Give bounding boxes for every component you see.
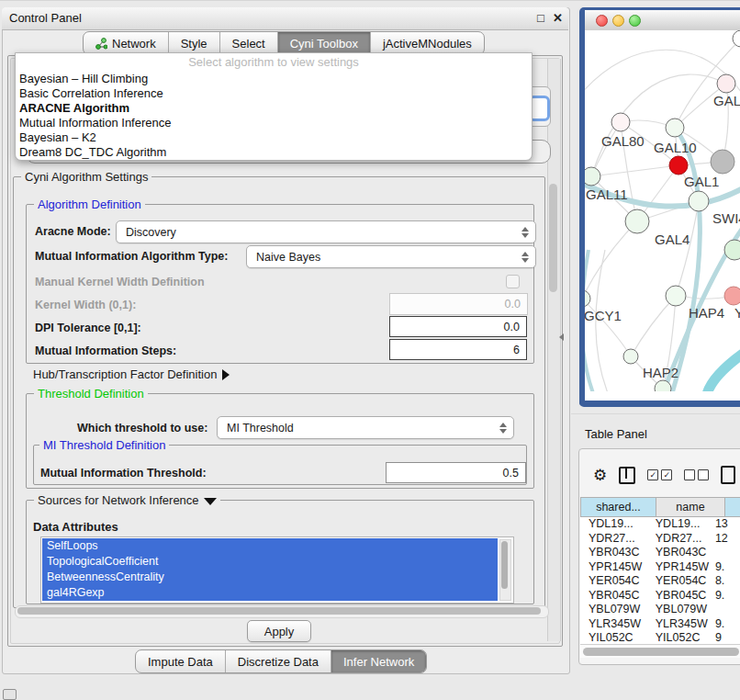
- table-row[interactable]: YPR145WYPR145W9.: [580, 560, 740, 575]
- kernel-width-field[interactable]: 0.0: [389, 293, 528, 315]
- tab-cyni-toolbox[interactable]: Cyni Toolbox: [278, 32, 371, 54]
- network-node[interactable]: [711, 150, 734, 174]
- close-traffic-light[interactable]: [596, 15, 608, 27]
- network-node[interactable]: [666, 286, 686, 306]
- attribute-item[interactable]: BetweennessCentrality: [42, 570, 498, 585]
- manual-kernel-checkbox[interactable]: [506, 275, 520, 288]
- gear-icon[interactable]: ⚙: [593, 466, 607, 484]
- table-row[interactable]: YER054CYER054C8.: [580, 574, 740, 589]
- network-window: GALGAL80GAL10GAL1GAL11SWI4GAL4GCY1HAP4YH…: [579, 7, 740, 407]
- tab-network[interactable]: Network: [84, 32, 169, 54]
- horizontal-scrollbar-track[interactable]: [15, 605, 549, 618]
- list-scrollbar-track[interactable]: [499, 539, 511, 601]
- network-node[interactable]: [666, 119, 684, 137]
- table-hscrollbar-thumb[interactable]: [583, 648, 739, 656]
- deselect-all-checkboxes-icon[interactable]: [684, 469, 709, 480]
- splitter-collapse-arrow[interactable]: [559, 333, 564, 341]
- dropdown-item[interactable]: Dream8 DC_TDC Algorithm: [16, 145, 532, 160]
- attribute-item[interactable]: TopologicalCoefficient: [42, 554, 498, 570]
- hub-definition-toggle[interactable]: Hub/Transcription Factor Definition: [33, 367, 230, 381]
- which-threshold-combo[interactable]: MI Threshold: [217, 416, 514, 439]
- close-window-icon[interactable]: ✕: [553, 12, 563, 25]
- table-panel-title: Table Panel: [585, 427, 647, 441]
- list-scrollbar-thumb[interactable]: [501, 541, 508, 589]
- attribute-item[interactable]: SelfLoops: [42, 538, 498, 554]
- network-node-label: GAL10: [654, 140, 697, 155]
- mi-steps-field[interactable]: 6: [389, 339, 527, 360]
- tab-discretize-data[interactable]: Discretize Data: [226, 650, 331, 672]
- dropdown-item-selected[interactable]: ARACNE Algorithm: [16, 101, 532, 116]
- network-node[interactable]: [724, 240, 740, 260]
- network-node-label: GAL: [713, 93, 740, 108]
- network-node-label: GAL11: [586, 186, 628, 202]
- network-node-label: GAL1: [684, 174, 719, 189]
- data-attributes-label: Data Attributes: [33, 520, 118, 534]
- table-row[interactable]: YDR27...YDR27...12: [580, 532, 740, 547]
- table-hscrollbar-track[interactable]: [580, 644, 740, 658]
- vertical-scrollbar-thumb[interactable]: [549, 184, 557, 292]
- aracne-mode-value: Discovery: [126, 226, 176, 239]
- mi-threshold-field[interactable]: 0.5: [386, 462, 526, 483]
- network-canvas: GALGAL80GAL10GAL1GAL11SWI4GAL4GCY1HAP4YH…: [585, 30, 740, 391]
- table-row[interactable]: YDL19...YDL19...13: [580, 517, 740, 532]
- network-node-label: Y: [734, 305, 740, 321]
- select-all-checkboxes-icon[interactable]: ✓✓: [647, 469, 672, 480]
- panel-divider[interactable]: [571, 413, 740, 414]
- table-cell: 9.: [710, 617, 740, 632]
- collapsed-panel-icon[interactable]: [3, 689, 17, 700]
- tab-style[interactable]: Style: [169, 32, 220, 54]
- tab-select[interactable]: Select: [220, 32, 278, 54]
- tab-infer-network[interactable]: Infer Network: [331, 650, 426, 672]
- network-node[interactable]: [733, 30, 740, 47]
- data-attributes-list[interactable]: SelfLoops TopologicalCoefficient Between…: [40, 536, 514, 604]
- sources-toggle[interactable]: Sources for Network Inference: [34, 493, 220, 507]
- minimize-traffic-light[interactable]: [612, 15, 624, 27]
- network-node[interactable]: [611, 113, 630, 131]
- network-node-label: HAP4: [689, 305, 724, 321]
- zoom-traffic-light[interactable]: [629, 15, 641, 27]
- network-node[interactable]: [585, 290, 590, 307]
- network-node[interactable]: [585, 167, 600, 186]
- dropdown-item[interactable]: Basic Correlation Inference: [16, 86, 532, 101]
- table-row[interactable]: YBR045CYBR045C9.: [580, 589, 740, 604]
- control-panel-titlebar[interactable]: [2, 7, 568, 30]
- horizontal-scrollbar-thumb[interactable]: [17, 607, 541, 615]
- attribute-item[interactable]: gal4RGexp: [42, 585, 498, 601]
- tab-jactivemnodules[interactable]: jActiveMNodules: [371, 32, 484, 54]
- tab-impute-data[interactable]: Impute Data: [136, 650, 226, 672]
- dropdown-item[interactable]: Bayesian – K2: [16, 130, 532, 145]
- dpi-tolerance-field[interactable]: 0.0: [389, 316, 527, 337]
- export-table-icon[interactable]: [721, 466, 735, 484]
- column-header-name[interactable]: name: [656, 497, 725, 517]
- table-cell: YBR043C: [580, 546, 647, 560]
- column-header-cut[interactable]: [725, 497, 740, 517]
- table-cell: 12: [710, 532, 740, 547]
- aracne-mode-combo[interactable]: Discovery: [116, 220, 536, 243]
- columns-icon[interactable]: [619, 467, 635, 484]
- table-cell: YDL19...: [647, 517, 710, 532]
- dropdown-item[interactable]: Bayesian – Hill Climbing: [16, 72, 532, 86]
- tab-cyni-toolbox-label: Cyni Toolbox: [290, 37, 358, 51]
- network-node[interactable]: [623, 349, 638, 364]
- network-node[interactable]: [669, 156, 688, 175]
- dropdown-item[interactable]: Mutual Information Inference: [16, 116, 532, 130]
- mi-type-combo[interactable]: Naive Bayes: [246, 245, 536, 268]
- table-row[interactable]: YBR043CYBR043C: [580, 546, 740, 560]
- aracne-mode-label: Aracne Mode:: [35, 225, 111, 238]
- table-row[interactable]: YLR345WYLR345W9.: [580, 617, 740, 632]
- table-cell: YDR27...: [580, 532, 647, 547]
- table-cell: 8.: [710, 574, 740, 589]
- network-window-titlebar[interactable]: [585, 10, 740, 31]
- spinner-arrows-icon: [521, 252, 529, 263]
- network-node[interactable]: [724, 287, 740, 305]
- apply-button[interactable]: Apply: [247, 620, 311, 642]
- table-row[interactable]: YIL052CYIL052C9: [580, 631, 740, 644]
- column-header-shared-name[interactable]: shared...: [580, 497, 656, 517]
- float-window-icon[interactable]: □: [537, 12, 544, 25]
- tab-discretize-data-label: Discretize Data: [238, 655, 319, 669]
- network-node[interactable]: [717, 74, 735, 93]
- network-node[interactable]: [625, 209, 649, 233]
- network-node[interactable]: [689, 191, 709, 211]
- table-row[interactable]: YBL079WYBL079W: [580, 603, 740, 617]
- network-view[interactable]: GALGAL80GAL10GAL1GAL11SWI4GAL4GCY1HAP4YH…: [585, 30, 740, 391]
